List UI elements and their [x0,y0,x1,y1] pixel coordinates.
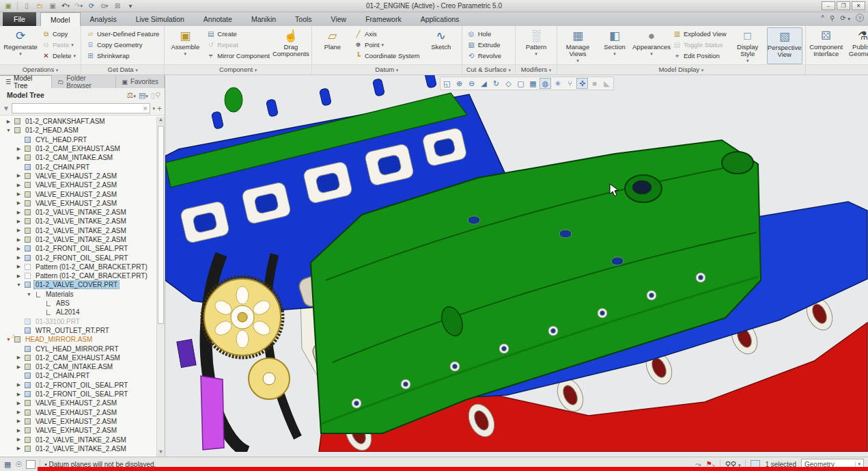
tab-file[interactable]: File [3,12,36,26]
repeat-button[interactable]: ↺Repeat [204,40,272,50]
tree-item[interactable]: ▶01-2_CAM_INTAKE.ASM [0,153,156,162]
tree-scrollbar[interactable]: ▲ ▼ [156,117,165,457]
tree-item[interactable]: ▼01-2_HEAD.ASM [0,126,156,135]
edit-position-button[interactable]: ⌖Edit Position [671,51,729,61]
expand-icon[interactable]: ▶ [14,173,23,178]
component-interface-button[interactable]: ⚄Component Interface [809,27,844,64]
manage-views-button[interactable]: ▦Manage Views▾ [560,27,596,64]
exploded-view-button[interactable]: ▥Exploded View [671,29,729,39]
group-label-model-display[interactable]: Model Display ▾ [557,64,805,75]
datum-display-filters-icon[interactable]: ✳ [552,78,563,89]
panel-tab-folder-browser[interactable]: 🗀Folder Browser [52,75,116,88]
save-file-icon[interactable]: ▣ [47,1,58,11]
help-icon[interactable]: ? [856,14,864,22]
regenerate-button[interactable]: ⟳Regenerate▾ [3,27,38,64]
collapse-icon[interactable]: ▼ [14,282,23,287]
tree-item[interactable]: 01-2_CHAIN.PRT [0,371,156,380]
window-switch-icon[interactable]: ⧉▾ [99,1,110,11]
expand-icon[interactable]: ▶ [14,364,23,370]
engine-model[interactable] [165,75,868,452]
tab-view[interactable]: View [322,12,356,26]
scroll-up-icon[interactable]: ▲ [158,117,164,124]
minimize-ribbon-icon[interactable]: ^ [821,14,824,22]
expand-icon[interactable]: ▶ [14,155,23,161]
expand-icon[interactable]: ▶ [14,418,23,424]
tree-item[interactable]: CYL_HEAD_MIRROR.PRT [0,344,156,353]
copy-button[interactable]: ⧉Copy [40,29,78,39]
expand-icon[interactable]: ▶ [14,401,23,406]
user-defined-feature-button[interactable]: ▱User-Defined Feature [84,29,161,39]
tree-item[interactable]: ▶01-2_VALVE_INTAKE_2.ASM [0,217,156,226]
zoom-in-icon[interactable]: ⊕ [453,78,465,89]
coordinate-system-button[interactable]: ┗Coordinate System [352,51,422,61]
group-label-operations[interactable]: Operations ▾ [0,64,81,75]
display-style-button[interactable]: □Display Style▾ [730,27,766,64]
drag-components-button[interactable]: ☝Drag Components [273,27,309,64]
expand-icon[interactable]: ▶ [14,228,23,233]
tree-item[interactable]: ▶VALVE_EXHAUST_2.ASM [0,399,156,407]
expand-icon[interactable]: ▶ [14,210,23,215]
tree-item[interactable]: ▶01-2_VALVE_INTAKE_2.ASM [0,435,156,444]
tree-item[interactable]: ▶01-2_CAM_INTAKE.ASM [0,362,156,371]
tree-item[interactable]: WTR_OUTLET_RT.PRT [0,326,156,335]
tree-item[interactable]: ▼01-2_VALVE_COVER.PRT [0,280,156,289]
expand-icon[interactable]: ▶ [14,191,23,197]
expand-icon[interactable]: ▶ [14,200,23,206]
expand-icon[interactable]: ▶ [14,246,23,252]
redo-icon[interactable]: ↷▾ [73,1,84,11]
filter-clear-icon[interactable]: ✕ [143,105,148,112]
tree-filter-input[interactable]: ✕ [12,103,151,113]
display-style-icon[interactable]: ◇ [503,78,514,89]
customize-toolbar-icon[interactable]: ▾ [125,1,136,11]
sync-icon[interactable]: ⟳ ▾ [840,14,850,22]
tree-item[interactable]: ▼Materials [0,290,156,299]
tree-item[interactable]: ▶VALVE_EXHAUST_2.ASM [0,426,156,435]
tree-item[interactable]: ▶01-2_FRONT_OIL_SEAL.PRT [0,390,156,399]
app-icon-icon[interactable]: ▣ [3,1,14,11]
tree-item[interactable]: ▶VALVE_EXHAUST_2.ASM [0,417,156,426]
tab-annotate[interactable]: Annotate [194,12,242,26]
tree-item[interactable]: ABS [0,299,156,308]
expand-icon[interactable]: ▶ [14,273,23,279]
expand-icon[interactable]: ▶ [14,437,23,442]
tree-item[interactable]: ▶01-2_CRANKSHAFT.ASM [0,117,156,126]
tree-item[interactable]: ▶01-2_VALVE_INTAKE_2.ASM [0,226,156,235]
close-button[interactable]: ✕ [852,1,865,10]
copy-geometry-button[interactable]: ⌸Copy Geometry [84,40,161,50]
axis-button[interactable]: ╱Axis [352,29,422,39]
mirror-component-button[interactable]: ⫧Mirror Component [204,51,272,61]
expand-icon[interactable]: ▶ [4,119,13,124]
tree-item[interactable]: ▼⚠HEAD_MIRROR.ASM [0,335,156,344]
tree-item[interactable]: ▶VALVE_EXHAUST_2.ASM [0,408,156,417]
filter-funnel-icon[interactable]: ▼ [3,105,10,112]
tree-item[interactable]: ▶VALVE_EXHAUST_2.ASM [0,199,156,208]
hole-button[interactable]: ◎Hole [465,29,503,39]
tree-item[interactable]: ▶Pattern (01-2_CAM_BRACKET.PRT) [0,263,156,271]
collapse-icon[interactable]: ▼ [4,128,13,133]
revolve-button[interactable]: ⟲Revolve [465,51,503,61]
tree-item[interactable]: ▶VALVE_EXHAUST_2.ASM [0,180,156,189]
minimize-button[interactable]: – [822,1,835,10]
expand-icon[interactable]: ▶ [14,237,23,243]
refit-icon[interactable]: ◢ [478,78,490,89]
restore-button[interactable]: ❐ [837,1,850,10]
point-button[interactable]: ✵Point▾ [352,40,422,50]
expand-icon[interactable]: ▶ [14,255,23,260]
capture-image-icon[interactable]: ▦ [527,78,539,89]
tab-live-simulation[interactable]: Live Simulation [126,12,194,26]
assemble-button[interactable]: ▣Assemble▾ [167,27,203,64]
close-window-icon[interactable]: ⊠ [112,1,123,11]
expand-icon[interactable]: ▶ [14,409,23,415]
group-label-datum[interactable]: Datum ▾ [312,64,462,75]
tab-framework[interactable]: Framework [356,12,411,26]
tab-applications[interactable]: Applications [411,12,469,26]
extrude-button[interactable]: ▧Extrude [465,40,503,50]
expand-icon[interactable]: ▶ [14,428,23,433]
tree-item[interactable]: ▶01-2_FRONT_OIL_SEAL.PRT [0,244,156,253]
pattern-button[interactable]: ░Pattern▾ [518,27,554,64]
tree-filters-icon[interactable]: ⚖▾ [127,91,136,100]
group-label-model-intent[interactable]: Model Intent ▾ [806,64,868,75]
perspective-view-button[interactable]: ▧Perspective View [767,27,802,64]
expand-icon[interactable]: ▶ [14,264,23,269]
graphics-viewport[interactable]: ◱⊕⊖◢↻◇▢▦◍✳⑂✜■◣ [165,75,868,457]
